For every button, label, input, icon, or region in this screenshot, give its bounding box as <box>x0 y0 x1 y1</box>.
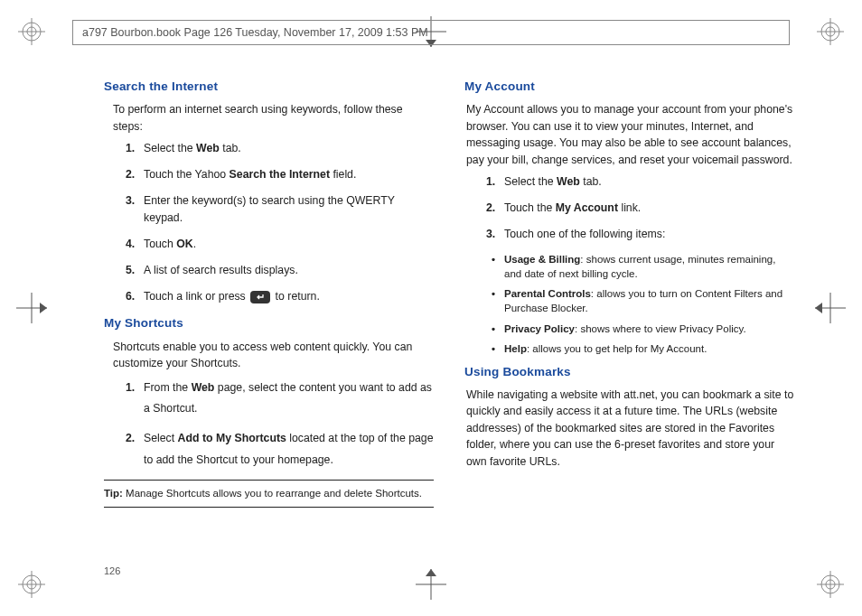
page-number: 126 <box>104 565 120 576</box>
list-item: 3.Enter the keyword(s) to search using t… <box>126 192 434 227</box>
page-header: a797 Bourbon.book Page 126 Tuesday, Nove… <box>72 20 790 45</box>
right-column: My Account My Account allows you to mana… <box>464 78 794 562</box>
registration-mark-icon <box>16 569 47 600</box>
list-item: 5.A list of search results displays. <box>126 262 434 279</box>
list-item: 1.Select the Web tab. <box>486 173 794 191</box>
tip-label: Tip: <box>104 488 123 499</box>
list-item: 1.Select the Web tab. <box>126 140 434 157</box>
return-key-icon <box>250 291 270 303</box>
list-item: Parental Controls: allows you to turn on… <box>492 286 794 315</box>
list-item: Privacy Policy: shows where to view Priv… <box>492 322 794 336</box>
list-item: Usage & Billing: shows current usage, mi… <box>492 252 794 281</box>
crop-mark-icon <box>416 569 446 600</box>
registration-mark-icon <box>815 569 846 600</box>
page-body: Search the Internet To perform an intern… <box>104 78 794 562</box>
heading-my-account: My Account <box>464 78 794 96</box>
registration-mark-icon <box>815 16 846 47</box>
ordered-list: 1.Select the Web tab. 2.Touch the My Acc… <box>486 173 794 243</box>
paragraph: My Account allows you to manage your acc… <box>466 101 794 168</box>
heading-using-bookmarks: Using Bookmarks <box>464 363 794 381</box>
list-item: 1.From the Web page, select the content … <box>126 378 434 420</box>
list-item: 4.Touch OK. <box>126 236 434 253</box>
paragraph: To perform an internet search using keyw… <box>113 101 434 135</box>
svg-marker-27 <box>426 569 436 576</box>
list-item: 3.Touch one of the following items: <box>486 226 794 243</box>
registration-mark-icon <box>16 16 47 47</box>
header-text: a797 Bourbon.book Page 126 Tuesday, Nove… <box>82 26 428 39</box>
left-column: Search the Internet To perform an intern… <box>104 78 434 562</box>
ordered-list: 1.Select the Web tab. 2.Touch the Yahoo … <box>126 140 434 305</box>
crop-mark-icon <box>16 293 47 323</box>
crop-mark-icon <box>815 293 846 323</box>
svg-marker-18 <box>40 303 47 313</box>
heading-my-shortcuts: My Shortcuts <box>104 314 434 332</box>
list-item: Help: allows you to get help for My Acco… <box>492 341 794 356</box>
list-item: 2.Touch the Yahoo Search the Internet fi… <box>126 166 434 183</box>
tip-text: Manage Shortcuts allows you to rearrange… <box>123 488 422 499</box>
paragraph: While navigating a website with att.net,… <box>466 387 794 470</box>
list-item: 2.Touch the My Account link. <box>486 200 794 217</box>
heading-search-internet: Search the Internet <box>104 78 434 96</box>
tip-box: Tip: Manage Shortcuts allows you to rear… <box>104 480 434 508</box>
bullet-list: Usage & Billing: shows current usage, mi… <box>492 252 794 356</box>
svg-marker-21 <box>815 303 822 313</box>
paragraph: Shortcuts enable you to access web conte… <box>113 339 434 372</box>
list-item: 6.Touch a link or press to return. <box>126 288 434 305</box>
ordered-list: 1.From the Web page, select the content … <box>126 378 434 471</box>
list-item: 2.Select Add to My Shortcuts located at … <box>126 428 434 471</box>
